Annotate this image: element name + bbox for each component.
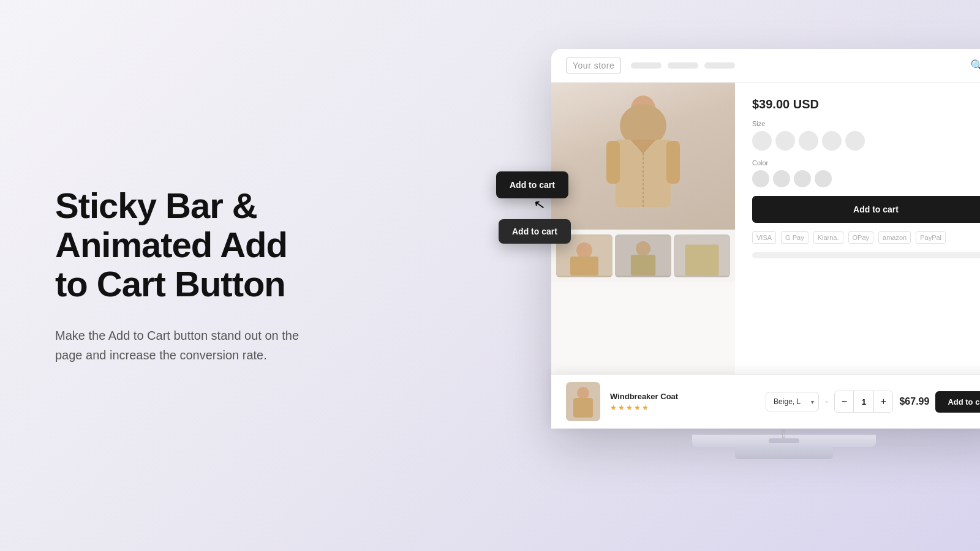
nav-pill-1: [631, 62, 662, 69]
payment-klarna: Klarna.: [813, 231, 843, 244]
sticky-stars: ★ ★ ★ ★ ★: [610, 403, 678, 412]
floating-add-to-cart-button-1[interactable]: Add to cart: [496, 171, 568, 198]
sticky-bar: Windbreaker Coat ★ ★ ★ ★ ★ Beige, L -: [551, 374, 980, 429]
size-section: Size: [752, 120, 980, 151]
cursor-icon-1: ↖: [533, 197, 546, 214]
product-thumbnails: [551, 230, 735, 282]
minus-separator: -: [825, 396, 828, 407]
star-5: ★: [642, 403, 649, 412]
product-main-image: [551, 83, 735, 230]
sticky-price: $67.99: [899, 396, 929, 407]
store-logo: Your store: [566, 58, 621, 73]
laptop-stand: [735, 446, 833, 459]
size-select-wrapper[interactable]: Beige, L: [766, 392, 819, 411]
sticky-product-image: [566, 382, 600, 421]
star-1: ★: [610, 403, 617, 412]
size-label: Size: [752, 120, 980, 127]
svg-point-15: [577, 387, 589, 399]
color-option-3[interactable]: [794, 170, 811, 187]
nav-pill-2: [668, 62, 698, 69]
color-options: [752, 170, 980, 187]
size-options: [752, 131, 980, 151]
svg-rect-3: [606, 141, 620, 184]
color-label: Color: [752, 159, 980, 167]
svg-rect-16: [573, 398, 593, 418]
quantity-control: − 1 +: [834, 391, 893, 413]
sticky-add-to-cart-button[interactable]: Add to cart: [935, 391, 980, 413]
nav-pills: [631, 62, 960, 69]
detail-bar-1: [752, 252, 980, 258]
size-option-3[interactable]: [799, 131, 818, 151]
payment-methods: VISA G Pay Klarna. OPay amazon PayPal: [752, 231, 980, 244]
payment-gpay: G Pay: [781, 231, 809, 244]
star-3: ★: [626, 403, 633, 412]
add-to-cart-main-button[interactable]: Add to cart: [752, 196, 980, 223]
browser-mock-wrapper: Add to cart Add to cart ↖ Your store 🔍 ♡: [551, 49, 980, 429]
sub-description: Make the Add to Cart button stand out on…: [55, 326, 318, 365]
size-option-4[interactable]: [822, 131, 842, 151]
color-section: Color: [752, 159, 980, 187]
size-option-5[interactable]: [845, 131, 865, 151]
quantity-decrease-button[interactable]: −: [835, 391, 853, 412]
size-option-1[interactable]: [752, 131, 772, 151]
payment-amazon: amazon: [878, 231, 911, 244]
svg-rect-4: [666, 141, 680, 184]
payment-opay: OPay: [848, 231, 874, 244]
browser-icons: 🔍 ♡: [970, 59, 980, 72]
apple-logo: : [782, 428, 786, 441]
color-option-4[interactable]: [815, 170, 832, 187]
browser-navbar: Your store 🔍 ♡: [551, 49, 980, 83]
color-option-2[interactable]: [773, 170, 790, 187]
thumbnail-3[interactable]: [674, 234, 730, 277]
heading-line1: Sticky Bar &: [55, 186, 257, 225]
browser-window: Your store 🔍 ♡: [551, 49, 980, 429]
thumbnail-2[interactable]: [615, 234, 671, 277]
payment-visa: VISA: [752, 231, 776, 244]
product-price: $39.00 USD: [752, 97, 980, 111]
payment-paypal: PayPal: [916, 231, 946, 244]
floating-add-to-cart-button-2[interactable]: Add to cart: [499, 219, 571, 244]
svg-point-10: [636, 241, 650, 256]
sticky-product-info: Windbreaker Coat ★ ★ ★ ★ ★: [610, 392, 678, 412]
nav-pill-3: [704, 62, 735, 69]
heading-line3: to Cart Button: [55, 264, 285, 304]
sticky-controls: Beige, L - − 1 + $67.99 Add to cart: [766, 391, 980, 413]
size-option-2[interactable]: [775, 131, 795, 151]
star-4: ★: [634, 403, 641, 412]
product-jacket-illustration: [603, 92, 683, 220]
svg-rect-11: [631, 255, 655, 276]
main-heading: Sticky Bar & Animated Add to Cart Button: [55, 186, 331, 303]
svg-rect-8: [570, 257, 598, 276]
quantity-increase-button[interactable]: +: [874, 391, 892, 412]
heading-line2: Animated Add: [55, 225, 287, 264]
color-option-1[interactable]: [752, 170, 769, 187]
size-select[interactable]: Beige, L: [766, 392, 819, 411]
svg-point-7: [576, 242, 592, 258]
star-2: ★: [618, 403, 625, 412]
sticky-product-name: Windbreaker Coat: [610, 392, 678, 401]
search-icon[interactable]: 🔍: [970, 59, 980, 72]
quantity-value: 1: [853, 391, 874, 412]
left-section: Sticky Bar & Animated Add to Cart Button…: [0, 137, 368, 413]
svg-rect-13: [685, 245, 718, 276]
